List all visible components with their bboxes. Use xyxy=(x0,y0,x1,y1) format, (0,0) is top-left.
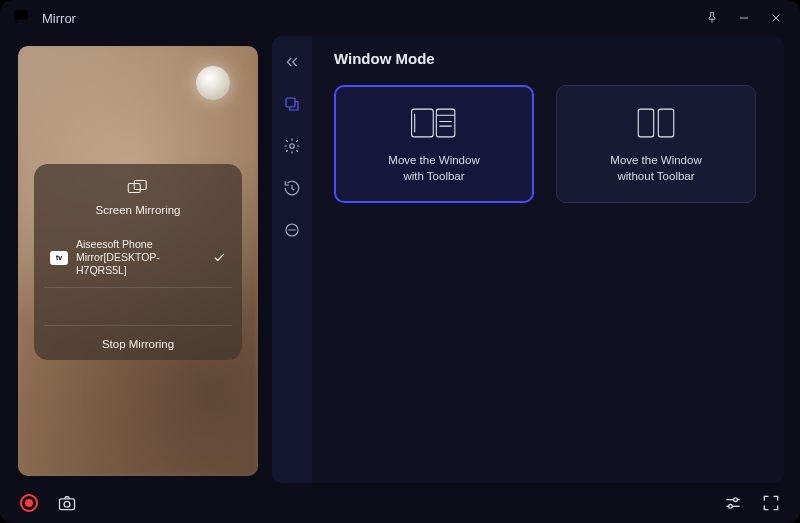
stop-mirroring-button[interactable]: Stop Mirroring xyxy=(44,326,232,350)
screen-mirroring-title: Screen Mirroring xyxy=(44,204,232,216)
app-window: Mirror Screen Mirroring tv xyxy=(0,0,800,523)
svg-point-19 xyxy=(64,501,70,507)
nav-history[interactable] xyxy=(278,174,306,202)
svg-rect-17 xyxy=(658,110,673,138)
cast-icon xyxy=(12,7,30,29)
svg-rect-16 xyxy=(638,110,653,138)
lamp-decoration xyxy=(196,66,230,100)
screenshot-button[interactable] xyxy=(54,490,80,516)
option-without-toolbar[interactable]: Move the Windowwithout Toolbar xyxy=(556,85,756,203)
minimize-button[interactable] xyxy=(732,6,756,30)
phone-preview: Screen Mirroring tv Aiseesoft Phone Mirr… xyxy=(18,46,258,476)
option-label: Move the Windowwith Toolbar xyxy=(388,153,479,184)
record-button[interactable] xyxy=(16,490,42,516)
settings-sidenav xyxy=(272,36,312,483)
fullscreen-button[interactable] xyxy=(758,490,784,516)
main-area: Screen Mirroring tv Aiseesoft Phone Mirr… xyxy=(0,36,800,483)
mirror-target-name: Aiseesoft Phone Mirror[DESKTOP-H7QRS5L] xyxy=(76,238,204,277)
nav-window-mode[interactable] xyxy=(278,90,306,118)
appletv-badge-icon: tv xyxy=(50,251,68,265)
nav-settings[interactable] xyxy=(278,132,306,160)
app-title: Mirror xyxy=(42,11,76,26)
svg-rect-11 xyxy=(436,110,455,138)
close-button[interactable] xyxy=(764,6,788,30)
pin-button[interactable] xyxy=(700,6,724,30)
window-mode-cards: Move the Windowwith Toolbar Move the Win… xyxy=(334,85,762,203)
section-heading: Window Mode xyxy=(334,50,762,67)
bottom-toolbar xyxy=(0,483,800,523)
mirror-target-row[interactable]: tv Aiseesoft Phone Mirror[DESKTOP-H7QRS5… xyxy=(44,230,232,288)
collapse-panel-button[interactable] xyxy=(278,48,306,76)
settings-content: Window Mode Move the Windowwith Toolbar xyxy=(312,36,784,483)
option-with-toolbar[interactable]: Move the Windowwith Toolbar xyxy=(334,85,534,203)
titlebar: Mirror xyxy=(0,0,800,36)
phone-preview-wrap: Screen Mirroring tv Aiseesoft Phone Mirr… xyxy=(16,36,260,483)
option-label: Move the Windowwithout Toolbar xyxy=(610,153,701,184)
nav-resolution[interactable] xyxy=(278,216,306,244)
settings-panel: Window Mode Move the Windowwith Toolbar xyxy=(272,36,784,483)
screen-mirroring-panel: Screen Mirroring tv Aiseesoft Phone Mirr… xyxy=(34,164,242,360)
adjust-button[interactable] xyxy=(720,490,746,516)
svg-point-7 xyxy=(290,144,295,149)
panel-divider xyxy=(44,288,232,326)
svg-rect-6 xyxy=(286,98,295,107)
svg-rect-0 xyxy=(14,10,28,20)
svg-point-21 xyxy=(734,498,738,502)
check-icon xyxy=(212,250,226,266)
svg-point-23 xyxy=(729,505,733,509)
screen-mirroring-icon xyxy=(44,178,232,200)
svg-rect-18 xyxy=(60,499,75,510)
